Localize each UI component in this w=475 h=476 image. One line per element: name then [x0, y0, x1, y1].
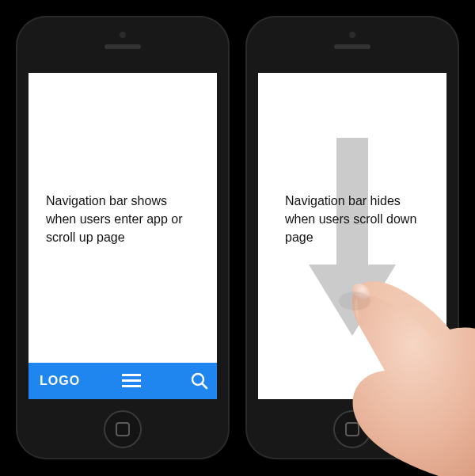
- phone-camera-dot: [120, 32, 126, 38]
- description-text-right: Navigation bar hides when users scroll d…: [285, 192, 429, 247]
- phone-earpiece: [334, 44, 370, 49]
- app-logo[interactable]: LOGO: [28, 374, 80, 388]
- phone-mockup-left: Navigation bar shows when users enter ap…: [16, 16, 230, 459]
- phone-earpiece: [104, 44, 141, 49]
- bottom-navbar: LOGO: [28, 363, 217, 399]
- svg-rect-0: [122, 374, 141, 376]
- description-text-left: Navigation bar shows when users enter ap…: [46, 192, 200, 247]
- svg-rect-2: [122, 385, 141, 387]
- hamburger-menu-icon[interactable]: [114, 363, 149, 399]
- svg-line-4: [202, 383, 207, 388]
- search-icon[interactable]: [182, 363, 217, 399]
- phone-mockup-right: Navigation bar hides when users scroll d…: [245, 16, 459, 459]
- phone-screen-left: Navigation bar shows when users enter ap…: [28, 73, 217, 399]
- phone-home-button: [333, 410, 371, 448]
- phone-camera-dot: [349, 32, 355, 38]
- phone-screen-right: Navigation bar hides when users scroll d…: [258, 73, 446, 399]
- phone-home-button: [104, 410, 142, 448]
- svg-rect-1: [122, 379, 141, 382]
